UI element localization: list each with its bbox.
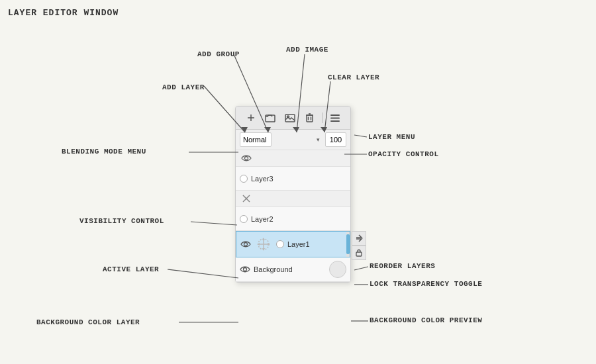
layer1-radio <box>276 240 284 248</box>
svg-text:BACKGROUND COLOR LAYER: BACKGROUND COLOR LAYER <box>36 318 140 326</box>
svg-text:VISIBILITY CONTROL: VISIBILITY CONTROL <box>79 217 164 225</box>
background-color-preview <box>329 261 346 278</box>
background-eye-icon[interactable] <box>240 264 250 275</box>
add-group-button[interactable] <box>263 111 277 125</box>
layer-item-layer3[interactable]: Layer3 <box>236 167 350 191</box>
svg-text:LOCK TRANSPARENCY TOGGLE: LOCK TRANSPARENCY TOGGLE <box>370 280 482 288</box>
svg-text:CLEAR LAYER: CLEAR LAYER <box>328 73 379 81</box>
layers-list: Layer3 Layer2 <box>236 150 350 282</box>
add-layer-button[interactable] <box>244 111 258 125</box>
layer1-eye-icon[interactable] <box>240 239 251 250</box>
layer2-radio <box>240 215 248 223</box>
toolbar <box>236 107 350 130</box>
svg-text:BACKGROUND COLOR PREVIEW: BACKGROUND COLOR PREVIEW <box>370 316 482 324</box>
svg-text:ACTIVE LAYER: ACTIVE LAYER <box>103 265 159 273</box>
layer2-name: Layer2 <box>251 215 346 223</box>
svg-point-15 <box>244 243 248 246</box>
svg-rect-11 <box>330 120 340 122</box>
svg-text:REORDER LAYERS: REORDER LAYERS <box>370 262 435 270</box>
svg-text:BLENDING MODE MENU: BLENDING MODE MENU <box>62 148 146 156</box>
eye-icon-top[interactable] <box>241 153 252 163</box>
svg-rect-10 <box>330 117 340 118</box>
layer1-name: Layer1 <box>287 240 346 248</box>
add-image-button[interactable] <box>283 111 297 125</box>
layer-panel: Normal Multiply Screen Overlay Layer3 <box>235 106 351 283</box>
svg-rect-5 <box>307 115 313 122</box>
svg-point-12 <box>245 157 248 160</box>
lock-transparency-button[interactable] <box>352 246 366 260</box>
layer-item-layer1[interactable]: Layer1 <box>236 231 350 257</box>
svg-text:OPACITY CONTROL: OPACITY CONTROL <box>368 150 439 158</box>
blend-mode-wrapper: Normal Multiply Screen Overlay <box>240 132 323 147</box>
svg-point-24 <box>244 268 247 271</box>
layer3-radio <box>240 175 248 183</box>
blending-mode-select[interactable]: Normal Multiply Screen Overlay <box>240 132 272 147</box>
svg-line-38 <box>354 135 367 137</box>
svg-rect-9 <box>330 114 340 116</box>
svg-line-46 <box>168 269 238 278</box>
visibility-x-icon[interactable] <box>241 193 252 204</box>
clear-layer-button[interactable] <box>303 111 317 125</box>
svg-line-48 <box>354 267 368 270</box>
svg-rect-23 <box>356 252 362 256</box>
svg-marker-21 <box>257 243 260 246</box>
blend-row: Normal Multiply Screen Overlay <box>236 130 350 150</box>
layer-item-background[interactable]: Background <box>236 257 350 282</box>
svg-text:ADD LAYER: ADD LAYER <box>162 83 205 91</box>
svg-line-44 <box>191 222 237 225</box>
svg-text:ADD IMAGE: ADD IMAGE <box>286 46 328 54</box>
toolbar-divider <box>322 113 323 123</box>
layer1-move-icon <box>254 235 273 253</box>
layer-item-layer2[interactable]: Layer2 <box>236 207 350 231</box>
opacity-input[interactable] <box>325 132 346 147</box>
svg-text:ADD GROUP: ADD GROUP <box>197 50 240 58</box>
svg-text:LAYER MENU: LAYER MENU <box>368 133 415 141</box>
page-title: LAYER EDITOR WINDOW <box>8 8 119 18</box>
layer3-name: Layer3 <box>251 175 346 183</box>
active-layer-wrapper: Layer1 <box>236 231 350 257</box>
background-name: Background <box>254 265 326 273</box>
layer-menu-button[interactable] <box>328 111 342 125</box>
reorder-layers-button[interactable] <box>352 231 366 246</box>
